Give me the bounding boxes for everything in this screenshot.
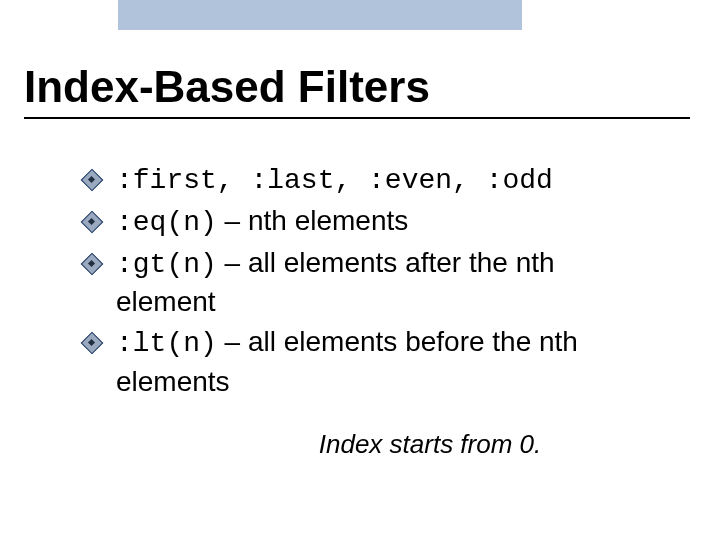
filter-code: :gt(n) (116, 249, 217, 280)
title-underline: Index-Based Filters (24, 63, 690, 119)
footnote: Index starts from 0. (80, 427, 660, 462)
list-item: :lt(n) – all elements before the nth ele… (80, 323, 660, 401)
decorative-top-box (117, 0, 523, 31)
slide: Index-Based Filters :first, :last, :even… (0, 0, 720, 540)
filter-desc: – nth elements (217, 205, 408, 236)
filter-code: :first, :last, :even, :odd (116, 165, 553, 196)
slide-body: :first, :last, :even, :odd :eq(n) – nth … (80, 160, 660, 462)
list-item: :eq(n) – nth elements (80, 202, 660, 242)
slide-title: Index-Based Filters (24, 63, 690, 111)
filter-code: :eq(n) (116, 207, 217, 238)
list-item: :first, :last, :even, :odd (80, 160, 660, 200)
list-item: :gt(n) – all elements after the nth elem… (80, 244, 660, 322)
filter-list: :first, :last, :even, :odd :eq(n) – nth … (80, 160, 660, 401)
filter-code: :lt(n) (116, 328, 217, 359)
